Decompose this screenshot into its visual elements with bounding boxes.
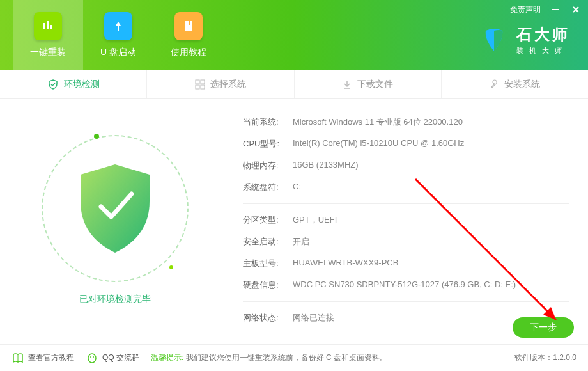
qq-icon bbox=[86, 352, 98, 365]
wrench-icon bbox=[489, 79, 499, 90]
tab-label: 使用教程 bbox=[171, 47, 206, 58]
info-row: CPU型号:Intel(R) Core(TM) i5-10210U CPU @ … bbox=[243, 138, 569, 150]
info-value: Intel(R) Core(TM) i5-10210U CPU @ 1.60GH… bbox=[293, 138, 464, 150]
step-label: 安装系统 bbox=[504, 79, 540, 90]
info-value: HUAWEI WRTB-WXX9-PCB bbox=[293, 258, 398, 269]
info-row: 分区类型:GPT，UEFI bbox=[243, 214, 569, 226]
step-select-os[interactable]: 选择系统 bbox=[147, 70, 294, 98]
info-value: 16GB (2133MHZ) bbox=[293, 160, 359, 171]
svg-rect-5 bbox=[50, 25, 52, 29]
link-label: QQ 交流群 bbox=[102, 352, 139, 363]
step-label: 下载文件 bbox=[357, 79, 393, 90]
info-row: 物理内存:16GB (2133MHZ) bbox=[243, 160, 569, 171]
info-label: CPU型号: bbox=[243, 138, 293, 150]
svg-rect-4 bbox=[47, 21, 49, 29]
tab-label: 一键重装 bbox=[30, 47, 66, 58]
svg-point-17 bbox=[93, 356, 94, 358]
info-label: 分区类型: bbox=[243, 214, 293, 226]
tip-label: 温馨提示: bbox=[151, 353, 183, 362]
tab-tutorial[interactable]: 使用教程 bbox=[153, 0, 224, 70]
header: 免责声明 一键重装 U 盘启动 使用教程 bbox=[0, 0, 588, 70]
step-install[interactable]: 安装系统 bbox=[442, 70, 588, 98]
qq-link[interactable]: QQ 交流群 bbox=[86, 352, 139, 365]
minimize-button[interactable] bbox=[550, 4, 561, 15]
footer-tip: 温馨提示: 我们建议您使用一键重装系统前，备份好 C 盘和桌面资料。 bbox=[151, 352, 503, 363]
svg-rect-9 bbox=[201, 80, 205, 84]
tip-text: 我们建议您使用一键重装系统前，备份好 C 盘和桌面资料。 bbox=[186, 353, 387, 362]
main-content: 已对环境检测完毕 当前系统:Microsoft Windows 11 专业版 6… bbox=[0, 99, 588, 342]
book-icon bbox=[12, 352, 24, 365]
grid-icon bbox=[195, 79, 205, 90]
svg-rect-10 bbox=[196, 85, 199, 89]
brand-title: 石大师 bbox=[516, 24, 570, 45]
reinstall-icon bbox=[34, 12, 62, 40]
brand-logo-icon bbox=[479, 26, 509, 55]
info-value: GPT，UEFI bbox=[293, 214, 337, 226]
info-value: 开启 bbox=[293, 236, 309, 248]
window-controls: 免责声明 bbox=[510, 4, 582, 15]
info-row: 系统盘符:C: bbox=[243, 182, 569, 193]
close-button[interactable] bbox=[570, 4, 582, 15]
next-button[interactable]: 下一步 bbox=[513, 317, 574, 338]
tab-usb-boot[interactable]: U 盘启动 bbox=[83, 0, 153, 70]
info-label: 硬盘信息: bbox=[243, 280, 293, 291]
version-info: 软件版本：1.2.0.0 bbox=[514, 352, 576, 363]
divider bbox=[243, 203, 569, 204]
info-row: 主板型号:HUAWEI WRTB-WXX9-PCB bbox=[243, 258, 569, 269]
detection-panel: 已对环境检测完毕 bbox=[0, 99, 230, 342]
footer: 查看官方教程 QQ 交流群 温馨提示: 我们建议您使用一键重装系统前，备份好 C… bbox=[0, 344, 588, 371]
info-value: 网络已连接 bbox=[293, 312, 334, 324]
step-env-check[interactable]: 环境检测 bbox=[0, 70, 147, 98]
tutorial-icon bbox=[174, 12, 203, 40]
brand-subtitle: 装机大师 bbox=[516, 46, 570, 56]
info-value: WDC PC SN730 SDBPNTY-512G-1027 (476.9 GB… bbox=[293, 280, 516, 291]
info-value: C: bbox=[293, 182, 301, 193]
info-row: 当前系统:Microsoft Windows 11 专业版 64位 22000.… bbox=[243, 116, 569, 128]
info-label: 网络状态: bbox=[243, 312, 293, 324]
detection-status: 已对环境检测完毕 bbox=[79, 294, 151, 305]
version-value: 1.2.0.0 bbox=[553, 353, 576, 362]
info-row: 硬盘信息:WDC PC SN730 SDBPNTY-512G-1027 (476… bbox=[243, 280, 569, 291]
brand: 石大师 装机大师 bbox=[479, 24, 570, 56]
download-icon bbox=[342, 79, 352, 90]
info-row: 安全启动:开启 bbox=[243, 236, 569, 248]
step-label: 环境检测 bbox=[64, 79, 100, 90]
svg-rect-3 bbox=[43, 23, 45, 29]
svg-rect-8 bbox=[196, 80, 199, 84]
shield-ring bbox=[42, 135, 189, 282]
shield-icon bbox=[47, 79, 59, 90]
info-value: Microsoft Windows 11 专业版 64位 22000.120 bbox=[293, 116, 463, 128]
link-label: 查看官方教程 bbox=[28, 352, 74, 363]
svg-point-15 bbox=[88, 354, 96, 363]
version-label: 软件版本： bbox=[514, 353, 553, 362]
info-label: 主板型号: bbox=[243, 258, 293, 269]
system-info-panel: 当前系统:Microsoft Windows 11 专业版 64位 22000.… bbox=[230, 99, 588, 342]
info-label: 安全启动: bbox=[243, 236, 293, 248]
svg-rect-7 bbox=[189, 21, 190, 25]
usb-icon bbox=[104, 12, 132, 40]
step-label: 选择系统 bbox=[210, 79, 246, 90]
tab-label: U 盘启动 bbox=[100, 47, 136, 58]
info-label: 物理内存: bbox=[243, 160, 293, 171]
shield-check-icon bbox=[74, 161, 156, 257]
step-download[interactable]: 下载文件 bbox=[295, 70, 442, 98]
steps-bar: 环境检测 选择系统 下载文件 安装系统 bbox=[0, 70, 588, 99]
tab-reinstall[interactable]: 一键重装 bbox=[13, 0, 83, 70]
tutorial-link[interactable]: 查看官方教程 bbox=[12, 352, 74, 365]
svg-point-16 bbox=[90, 356, 91, 358]
nav-tabs: 一键重装 U 盘启动 使用教程 bbox=[0, 0, 224, 70]
svg-rect-11 bbox=[201, 85, 205, 89]
disclaimer-link[interactable]: 免责声明 bbox=[510, 4, 541, 15]
info-label: 系统盘符: bbox=[243, 182, 293, 193]
info-label: 当前系统: bbox=[243, 116, 293, 128]
divider bbox=[243, 301, 569, 302]
